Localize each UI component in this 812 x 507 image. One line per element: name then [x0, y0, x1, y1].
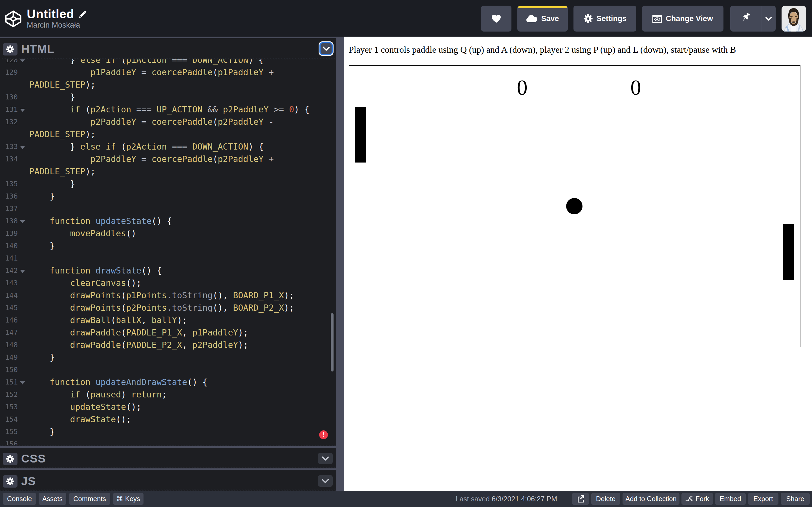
code-text: drawPoints(p2Points.toString(), BOARD_P2…: [29, 302, 294, 314]
pin-dropdown-button[interactable]: [761, 6, 776, 32]
code-line[interactable]: 136 }: [0, 190, 336, 203]
code-line[interactable]: 148 drawPaddle(PADDLE_P2_X, p2PaddleY);: [0, 339, 336, 351]
error-badge[interactable]: !: [319, 431, 328, 439]
gear-icon: [6, 45, 14, 54]
html-panel-title: HTML: [21, 42, 54, 55]
assets-button[interactable]: Assets: [39, 493, 66, 505]
last-saved-value: 6/3/2021 4:06:27 PM: [492, 495, 557, 503]
code-text: }: [29, 91, 75, 103]
code-line[interactable]: 151 function updateAndDrawState() {: [0, 376, 336, 388]
codepen-editor-app: Untitled Marcin Moskała Save Settings Ch…: [0, 0, 812, 507]
fold-arrow-icon[interactable]: [20, 146, 25, 149]
css-settings-chip[interactable]: [3, 453, 17, 465]
code-line-wrap[interactable]: PADDLE_STEP);: [0, 128, 336, 140]
line-number: 129: [0, 66, 18, 78]
edit-title-pencil-icon[interactable]: [78, 10, 87, 19]
code-text: drawPaddle(PADDLE_P1_X, p1PaddleY);: [29, 327, 248, 339]
love-button[interactable]: [481, 6, 511, 32]
chevron-down-icon: [322, 479, 329, 483]
css-collapse-button[interactable]: [318, 453, 333, 464]
line-number: 133: [0, 140, 18, 153]
comments-button[interactable]: Comments: [69, 493, 110, 505]
code-line[interactable]: 146 drawBall(ballX, ballY);: [0, 314, 336, 327]
fold-arrow-icon[interactable]: [20, 381, 25, 385]
console-button[interactable]: Console: [3, 493, 36, 505]
html-collapse-button[interactable]: [319, 42, 333, 55]
pen-author[interactable]: Marcin Moskała: [27, 21, 80, 30]
code-line[interactable]: 131 if (p2Action === UP_ACTION && p2Padd…: [0, 103, 336, 116]
pin-button[interactable]: [730, 6, 761, 32]
js-collapse-button[interactable]: [318, 475, 333, 487]
code-line[interactable]: 143 clearCanvas();: [0, 277, 336, 289]
code-line[interactable]: 153 updateState();: [0, 401, 336, 413]
pong-game-canvas[interactable]: 0 0: [349, 65, 801, 347]
code-line[interactable]: 138 function updateState() {: [0, 215, 336, 227]
code-line[interactable]: 142 function drawState() {: [0, 265, 336, 277]
change-view-button[interactable]: Change View: [642, 6, 723, 32]
share-button[interactable]: Share: [781, 493, 810, 505]
fold-arrow-icon[interactable]: [20, 59, 25, 62]
code-line[interactable]: 145 drawPoints(p2Points.toString(), BOAR…: [0, 302, 336, 314]
code-text: movePaddles(): [29, 227, 136, 240]
code-line[interactable]: 150: [0, 363, 336, 376]
export-button[interactable]: Export: [748, 493, 778, 505]
code-text: }: [29, 178, 75, 190]
pong-ball: [566, 198, 582, 214]
code-line[interactable]: 129 p1PaddleY = coercePaddle(p1PaddleY +: [0, 66, 336, 78]
code-line[interactable]: 130 }: [0, 91, 336, 103]
code-line[interactable]: 152 if (paused) return;: [0, 388, 336, 401]
fold-arrow-icon[interactable]: [20, 270, 25, 273]
editor-preview-resizer[interactable]: [336, 37, 344, 491]
code-line[interactable]: 156: [0, 438, 336, 445]
code-line[interactable]: 135 }: [0, 178, 336, 190]
code-text: }: [29, 190, 55, 203]
line-number: 135: [0, 178, 18, 190]
embed-button[interactable]: Embed: [715, 493, 746, 505]
code-line[interactable]: 149 }: [0, 351, 336, 363]
open-live-view-button[interactable]: [572, 493, 589, 505]
code-line[interactable]: 144 drawPoints(p1Points.toString(), BOAR…: [0, 289, 336, 302]
html-settings-chip[interactable]: [3, 43, 17, 55]
external-link-icon: [577, 495, 584, 503]
fork-button[interactable]: Fork: [681, 493, 713, 505]
game-instructions: Player 1 controls paddle using Q (up) an…: [344, 45, 812, 55]
code-line[interactable]: 128 } else if (p1Action === DOWN_ACTION)…: [0, 59, 336, 66]
code-line[interactable]: 139 movePaddles(): [0, 227, 336, 240]
code-line-wrap[interactable]: PADDLE_STEP);: [0, 165, 336, 178]
last-saved-label: Last saved: [456, 495, 490, 503]
code-line[interactable]: 147 drawPaddle(PADDLE_P1_X, p1PaddleY);: [0, 327, 336, 339]
change-view-button-label: Change View: [666, 14, 713, 23]
code-line[interactable]: 141: [0, 252, 336, 265]
settings-button[interactable]: Settings: [573, 6, 637, 32]
add-to-collection-button[interactable]: Add to Collection: [622, 493, 679, 505]
codepen-logo-icon[interactable]: [4, 10, 22, 28]
avatar-photo: [781, 6, 806, 32]
code-text: PADDLE_STEP);: [29, 165, 96, 178]
code-text: }: [29, 351, 55, 363]
editor-scrollbar-thumb[interactable]: [331, 313, 334, 372]
code-text: }: [29, 426, 55, 438]
user-avatar[interactable]: [781, 6, 806, 32]
code-line[interactable]: 140 }: [0, 240, 336, 252]
code-text: }: [29, 240, 55, 252]
preview-pane[interactable]: Player 1 controls paddle using Q (up) an…: [344, 37, 812, 491]
html-code-editor[interactable]: 128 } else if (p1Action === DOWN_ACTION)…: [0, 59, 336, 445]
keyboard-shortcuts-button[interactable]: ⌘ Keys: [113, 493, 144, 505]
css-js-divider: [0, 468, 336, 470]
code-line[interactable]: 137: [0, 203, 336, 215]
code-line[interactable]: 132 p2PaddleY = coercePaddle(p2PaddleY -: [0, 116, 336, 128]
delete-button[interactable]: Delete: [591, 493, 620, 505]
line-number: 128: [0, 59, 18, 66]
code-text: drawBall(ballX, ballY);: [29, 314, 187, 327]
code-line[interactable]: 134 p2PaddleY = coercePaddle(p2PaddleY +: [0, 153, 336, 165]
code-line[interactable]: 155 }: [0, 426, 336, 438]
code-line[interactable]: 133 } else if (p2Action === DOWN_ACTION)…: [0, 140, 336, 153]
line-number: 139: [0, 227, 18, 240]
save-button[interactable]: Save: [517, 6, 568, 32]
code-line-wrap[interactable]: PADDLE_STEP);: [0, 78, 336, 91]
code-text: } else if (p2Action === DOWN_ACTION) {: [29, 140, 264, 153]
fold-arrow-icon[interactable]: [20, 109, 25, 112]
js-settings-chip[interactable]: [3, 475, 17, 488]
fold-arrow-icon[interactable]: [20, 220, 25, 223]
code-line[interactable]: 154 drawState();: [0, 413, 336, 426]
